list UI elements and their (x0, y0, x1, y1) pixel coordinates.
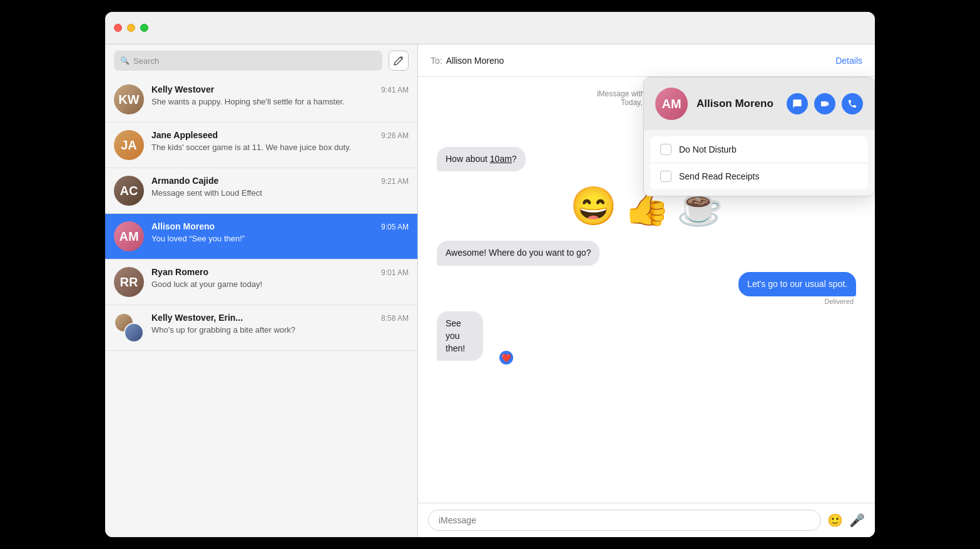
conversation-item-allison-moreno[interactable]: AM Allison Moreno 9:05 AM You loved “See… (105, 214, 417, 259)
conversation-item-ryan-romero[interactable]: RR Ryan Romero 9:01 AM Good luck at your… (105, 259, 417, 305)
sidebar: 🔍 Search KW Kelly Westover (105, 44, 418, 537)
send-read-receipts-checkbox[interactable] (660, 171, 671, 182)
conv-header-row: Ryan Romero 9:01 AM (151, 267, 409, 277)
chat-header: To: Allison Moreno Details (418, 44, 875, 77)
conv-time: 8:58 AM (381, 314, 409, 323)
conversation-item-kelly-erin-group[interactable]: Kelly Westover, Erin... 8:58 AM Who's up… (105, 305, 417, 351)
conv-header-row: Armando Cajide 9:21 AM (151, 176, 409, 186)
search-placeholder: Search (133, 56, 159, 66)
compose-icon (394, 56, 404, 66)
avatar: JA (114, 130, 144, 160)
phone-call-button[interactable] (842, 93, 863, 114)
conv-preview: You loved “See you then!” (151, 233, 409, 244)
do-not-disturb-option[interactable]: Do Not Disturb (650, 136, 868, 163)
compose-button[interactable] (389, 51, 409, 71)
chat-to: To: Allison Moreno (431, 56, 504, 66)
details-contact-name: Allison Moreno (697, 98, 778, 110)
avatar: RR (114, 267, 144, 297)
avatar: KW (114, 84, 144, 114)
emoji-picker-icon[interactable]: 🙂 (827, 513, 843, 528)
message-row: Let's go to our usual spot. (437, 272, 856, 297)
delivered-label: Delivered (437, 298, 856, 305)
chat-to-name: Allison Moreno (446, 56, 504, 66)
conv-time: 9:21 AM (381, 177, 409, 186)
chat-to-label: To: (431, 56, 442, 66)
conversation-item-kelly-westover[interactable]: KW Kelly Westover 9:41 AM She wants a pu… (105, 77, 417, 123)
details-contact-header: AM Allison Moreno (644, 78, 874, 130)
do-not-disturb-checkbox[interactable] (660, 144, 671, 155)
title-bar (105, 12, 875, 44)
conv-name: Allison Moreno (151, 221, 215, 231)
avatar: AM (114, 221, 144, 251)
facetime-video-button[interactable] (814, 93, 835, 114)
conv-body: Kelly Westover, Erin... 8:58 AM Who's up… (151, 313, 409, 336)
app-window: 🔍 Search KW Kelly Westover (105, 12, 875, 537)
conv-preview: She wants a puppy. Hoping she'll settle … (151, 96, 409, 108)
conv-body: Allison Moreno 9:05 AM You loved “See yo… (151, 221, 409, 244)
heart-reaction: ❤️ (498, 350, 514, 366)
video-icon (820, 99, 830, 109)
search-icon: 🔍 (120, 56, 130, 65)
see-you-bubble-wrapper: See you then! ❤️ (437, 311, 508, 361)
conv-body: Jane Appleseed 9:26 AM The kids' soccer … (151, 130, 409, 153)
message-bubble: Let's go to our usual spot. (738, 272, 856, 297)
message-bubble: How about 10am? (437, 147, 526, 172)
close-button[interactable] (114, 24, 122, 32)
traffic-lights (114, 24, 148, 32)
conv-preview: Good luck at your game today! (151, 279, 409, 290)
group-avatar (114, 313, 144, 343)
conv-time: 9:41 AM (381, 86, 409, 94)
conversation-item-armando-cajide[interactable]: AC Armando Cajide 9:21 AM Message sent w… (105, 168, 417, 214)
maximize-button[interactable] (140, 24, 148, 32)
conv-body: Ryan Romero 9:01 AM Good luck at your ga… (151, 267, 409, 290)
message-input[interactable] (428, 510, 821, 531)
details-options: Do Not Disturb Send Read Receipts (650, 136, 868, 189)
conv-header-row: Kelly Westover 9:41 AM (151, 84, 409, 94)
emoji-grinning: 😄 (570, 184, 617, 228)
chat-input-bar: 🙂 🎤 (418, 503, 875, 537)
chat-area: To: Allison Moreno Details iMessage with… (418, 44, 875, 537)
search-bar[interactable]: 🔍 Search (114, 51, 382, 71)
message-bubble: Awesome! Where do you want to go? (437, 241, 600, 266)
facetime-message-button[interactable] (787, 93, 808, 114)
details-actions (787, 93, 863, 114)
details-panel: AM Allison Moreno (643, 77, 875, 196)
send-read-receipts-option[interactable]: Send Read Receipts (650, 163, 868, 189)
phone-icon (847, 99, 857, 109)
conversation-list: KW Kelly Westover 9:41 AM She wants a pu… (105, 77, 417, 537)
conv-body: Armando Cajide 9:21 AM Message sent with… (151, 176, 409, 199)
conv-header-row: Kelly Westover, Erin... 8:58 AM (151, 313, 409, 323)
outgoing-message-group: Let's go to our usual spot. Delivered (437, 272, 856, 306)
conv-header-row: Jane Appleseed 9:26 AM (151, 130, 409, 140)
conv-preview: Message sent with Loud Effect (151, 188, 409, 199)
conv-name: Kelly Westover (151, 84, 214, 94)
avatar-2 (124, 323, 144, 343)
send-read-receipts-label: Send Read Receipts (679, 171, 759, 181)
message-row: See you then! ❤️ (437, 311, 856, 361)
do-not-disturb-label: Do Not Disturb (679, 144, 737, 154)
minimize-button[interactable] (127, 24, 135, 32)
conv-time: 9:26 AM (381, 131, 409, 140)
conv-preview: Who's up for grabbing a bite after work? (151, 325, 409, 336)
conv-time: 9:05 AM (381, 223, 409, 231)
conv-header-row: Allison Moreno 9:05 AM (151, 221, 409, 231)
conv-name: Ryan Romero (151, 267, 208, 277)
details-button[interactable]: Details (835, 56, 862, 66)
microphone-icon[interactable]: 🎤 (849, 513, 865, 528)
conv-body: Kelly Westover 9:41 AM She wants a puppy… (151, 84, 409, 108)
conv-name: Jane Appleseed (151, 130, 218, 140)
conv-time: 9:01 AM (381, 268, 409, 277)
sidebar-header: 🔍 Search (105, 44, 417, 77)
message-bubble: See you then! (437, 311, 483, 361)
conv-name: Kelly Westover, Erin... (151, 313, 243, 323)
avatar: AC (114, 176, 144, 206)
conversation-item-jane-appleseed[interactable]: JA Jane Appleseed 9:26 AM The kids' socc… (105, 123, 417, 168)
conv-name: Armando Cajide (151, 176, 218, 186)
main-content: 🔍 Search KW Kelly Westover (105, 44, 875, 537)
conv-preview: The kids' soccer game is at 11. We have … (151, 142, 409, 153)
details-avatar: AM (655, 88, 688, 120)
message-row: Awesome! Where do you want to go? (437, 241, 856, 266)
message-icon (792, 99, 802, 109)
